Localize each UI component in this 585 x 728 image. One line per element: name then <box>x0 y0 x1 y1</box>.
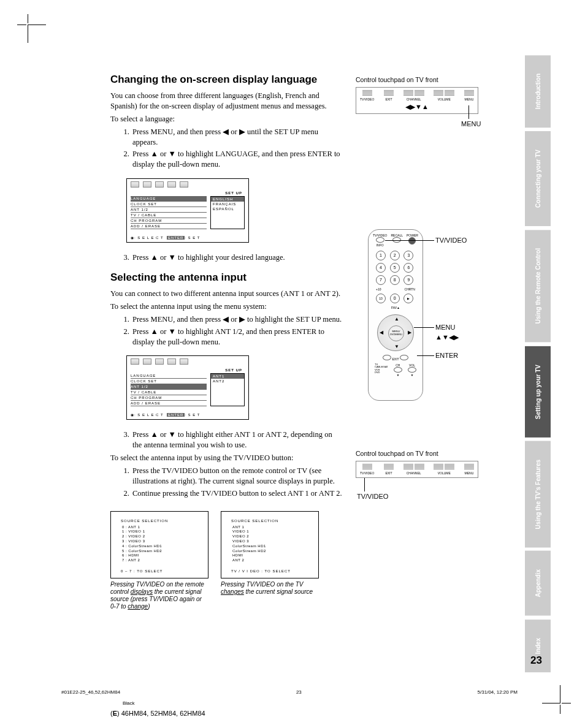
caption-src-remote: Pressing TV/VIDEO on the remote control … <box>110 581 208 610</box>
remote-diagram: TV/VIDEOINFO RECALL POWER 123 456 789 +1… <box>368 229 423 401</box>
osd-setup-language: SET UP LANGUAGE CLOCK SET ANT 1/2 TV / C… <box>126 178 249 243</box>
step: Press ▲ or ▼ to highlight either ANT 1 o… <box>131 430 343 450</box>
intro-antenna: You can connect to two different antenna… <box>110 289 343 299</box>
step: Press MENU, and then press ◀ or ▶ to hig… <box>131 314 343 325</box>
footer-meta: #01E22-25_46,52,62HM84 23 5/31/04, 12:20… <box>55 689 548 695</box>
remote-label-arrows: ▲▼◀▶ <box>435 333 459 341</box>
tvvideo-label: TV/VIDEO <box>357 493 388 500</box>
caption-src-tv: Pressing TV/VIDEO on the TV changes the … <box>221 581 319 596</box>
source-selection-remote: SOURCE SELECTION 0 : ANT 1 1 : VIDEO 1 2… <box>110 511 208 578</box>
footer-black: Black <box>123 700 135 706</box>
side-tabs: Introduction Connecting your TV Using th… <box>525 55 551 676</box>
tab-appendix: Appendix <box>525 551 551 616</box>
tab-connecting: Connecting your TV <box>525 131 551 226</box>
lead-antenna-b: To select the antenna input by using the… <box>110 453 343 463</box>
menu-label: MENU <box>461 120 481 127</box>
step: Press ▲ or ▼ to highlight your desired l… <box>131 252 343 263</box>
model-line: (E) 46HM84, 52HM84, 62HM84 <box>110 710 205 717</box>
step: Press the TV/VIDEO button on the remote … <box>131 466 343 487</box>
heading-antenna: Selecting the antenna input <box>110 271 343 284</box>
tab-remote: Using the Remote Control <box>525 230 551 342</box>
step: Continue pressing the TV/VIDEO button to… <box>131 488 343 499</box>
osd-setup-ant: SET UP LANGUAGE CLOCK SET ANT 1/2 TV / C… <box>126 355 249 420</box>
tab-introduction: Introduction <box>525 55 551 127</box>
touchpad-diagram-2: TV/VIDEO EXIT CHANNEL VOLUME MENU <box>356 461 478 478</box>
tab-setting-up: Setting up your TV <box>525 346 551 438</box>
heading-language: Changing the on-screen display language <box>110 74 343 86</box>
remote-label-tvvideo: TV/VIDEO <box>435 237 467 244</box>
remote-label-menu: MENU <box>435 324 455 331</box>
step: Press ▲ or ▼ to highlight LANGUAGE, and … <box>131 149 343 170</box>
source-selection-tv: SOURCE SELECTION ANT 1 VIDEO 1 VIDEO 2 V… <box>221 511 319 578</box>
intro-language: You can choose from three different lang… <box>110 91 343 112</box>
lead-language: To select a language: <box>110 114 343 124</box>
page-number: 23 <box>530 654 542 667</box>
remote-label-enter: ENTER <box>435 352 458 359</box>
touchpad-caption-2: Control touchpad on TV front <box>356 450 527 457</box>
tab-features: Using the TV's Features <box>525 441 551 548</box>
step: Press MENU, and then press ◀ or ▶ until … <box>131 127 343 148</box>
lead-antenna: To select the antenna input using the me… <box>110 301 343 312</box>
touchpad-diagram: TV/VIDEO EXIT CHANNEL VOLUME MENU ◀▶▼▲ <box>356 87 478 114</box>
touchpad-caption: Control touchpad on TV front <box>356 76 527 83</box>
step: Press ▲ or ▼ to highlight ANT 1/2, and t… <box>131 327 343 347</box>
